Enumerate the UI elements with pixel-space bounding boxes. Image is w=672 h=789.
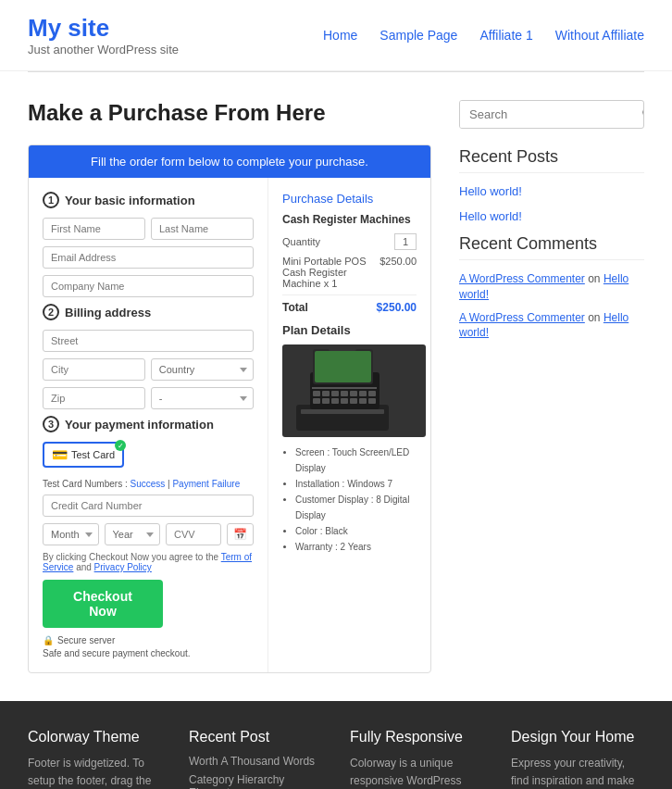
step3-label: 3 Your payment information xyxy=(43,416,254,432)
email-input[interactable] xyxy=(43,246,254,269)
lock-icon: 🔒 xyxy=(43,635,54,645)
purchase-card: Fill the order form below to complete yo… xyxy=(28,144,431,673)
terms-text: By clicking Checkout Now you agree to th… xyxy=(43,552,254,572)
name-row xyxy=(43,218,254,240)
purchase-card-body: 1 Your basic information xyxy=(29,178,430,672)
svg-rect-11 xyxy=(359,391,367,396)
step3-num: 3 xyxy=(43,416,59,432)
step2-num: 2 xyxy=(43,304,59,320)
credit-card-icon: 💳 xyxy=(52,447,68,462)
last-name-input[interactable] xyxy=(151,218,254,240)
recent-comments-title: Recent Comments xyxy=(459,234,644,260)
test-card-button[interactable]: 💳 Test Card ✓ xyxy=(43,442,124,468)
total-label: Total xyxy=(282,301,308,314)
company-row xyxy=(43,275,254,297)
total-row: Total $250.00 xyxy=(282,294,417,314)
recent-post-1[interactable]: Hello world! xyxy=(459,184,644,198)
step1-label: 1 Your basic information xyxy=(43,192,254,208)
svg-rect-16 xyxy=(341,398,348,404)
product-name: Cash Register Machines xyxy=(282,213,417,226)
footer-main: Colorway Theme Footer is widgetized. To … xyxy=(0,701,672,789)
svg-rect-8 xyxy=(331,391,339,396)
svg-rect-6 xyxy=(313,391,320,396)
svg-rect-20 xyxy=(329,346,356,351)
search-input[interactable] xyxy=(460,101,634,128)
footer-col2-title: Recent Post xyxy=(189,729,322,745)
comment1-author[interactable]: A WordPress Commenter xyxy=(459,272,585,285)
nav-without-affiliate[interactable]: Without Affiliate xyxy=(555,28,644,43)
cc-input[interactable] xyxy=(43,495,254,517)
site-header: My site Just another WordPress site Home… xyxy=(0,0,672,71)
privacy-link[interactable]: Privacy Policy xyxy=(94,562,152,572)
qty-value: 1 xyxy=(394,233,417,250)
svg-rect-1 xyxy=(301,409,384,414)
qty-label: Quantity xyxy=(282,236,320,247)
search-button[interactable]: 🔍 xyxy=(634,102,644,127)
country-select[interactable]: Country xyxy=(151,358,254,381)
footer-col3-text: Colorway is a unique responsive WordPres… xyxy=(350,755,483,789)
email-row xyxy=(43,246,254,269)
svg-rect-9 xyxy=(341,391,348,396)
footer-col1-title: Colorway Theme xyxy=(28,729,161,745)
street-input[interactable] xyxy=(43,330,254,352)
city-input[interactable] xyxy=(43,358,145,381)
search-box: 🔍 xyxy=(459,100,644,129)
test-card-nums: Test Card Numbers : Success | Payment Fa… xyxy=(43,479,254,489)
svg-rect-18 xyxy=(359,398,367,404)
card-label: Test Card xyxy=(71,449,115,460)
nav-affiliate1[interactable]: Affiliate 1 xyxy=(479,28,532,43)
zip-select[interactable]: - xyxy=(151,387,254,409)
qty-row: Quantity 1 xyxy=(282,233,417,250)
svg-rect-15 xyxy=(331,398,339,404)
failure-link[interactable]: Payment Failure xyxy=(172,479,240,489)
footer-col2: Recent Post Worth A Thousand Words Categ… xyxy=(189,729,322,789)
zip-input[interactable] xyxy=(43,387,145,409)
purchase-details-title: Purchase Details xyxy=(282,192,417,206)
secure-row: 🔒 Secure server xyxy=(43,635,254,645)
svg-rect-5 xyxy=(312,387,377,389)
secure-label: Secure server xyxy=(57,635,115,645)
month-select[interactable]: Month xyxy=(43,523,99,545)
year-select[interactable]: Year xyxy=(105,523,161,545)
footer-col4-text: Express your creativity, find inspiratio… xyxy=(511,755,644,789)
footer-recent-post1[interactable]: Worth A Thousand Words xyxy=(189,755,322,768)
check-badge: ✓ xyxy=(115,440,126,451)
comment2-author[interactable]: A WordPress Commenter xyxy=(459,311,585,324)
safe-text: Safe and secure payment checkout. xyxy=(43,648,254,658)
total-amount: $250.00 xyxy=(377,301,417,314)
calendar-icon: 📅 xyxy=(227,523,254,545)
footer-col1-text: Footer is widgetized. To setup the foote… xyxy=(28,755,161,789)
feature-install: Installation : Windows 7 xyxy=(295,476,417,492)
first-name-input[interactable] xyxy=(43,218,145,240)
nav-sample-page[interactable]: Sample Page xyxy=(380,28,457,43)
svg-rect-7 xyxy=(322,391,330,396)
checkout-button[interactable]: Checkout Now xyxy=(43,580,163,628)
footer-recent-post2[interactable]: Category Hierarchy Elements xyxy=(189,773,322,789)
feature-color: Color : Black xyxy=(295,523,417,539)
feature-warranty: Warranty : 2 Years xyxy=(295,539,417,555)
nav-home[interactable]: Home xyxy=(323,28,357,43)
main-content: Make a Purchase From Here Fill the order… xyxy=(0,72,672,701)
content-left: Make a Purchase From Here Fill the order… xyxy=(28,100,431,673)
form-section: 1 Your basic information xyxy=(29,178,268,672)
cvv-row: Month Year 📅 xyxy=(43,523,254,545)
step2-label: 2 Billing address xyxy=(43,304,254,320)
step1-num: 1 xyxy=(43,192,59,208)
details-section: Purchase Details Cash Register Machines … xyxy=(268,178,430,672)
street-row xyxy=(43,330,254,352)
recent-posts-title: Recent Posts xyxy=(459,147,644,173)
company-input[interactable] xyxy=(43,275,254,297)
recent-comment-2: A WordPress Commenter on Hello world! xyxy=(459,310,644,342)
success-link[interactable]: Success xyxy=(130,479,165,489)
site-tagline: Just another WordPress site xyxy=(28,43,179,56)
recent-post-2[interactable]: Hello world! xyxy=(459,209,644,223)
product-desc: Mini Portable POS Cash Register Machine … xyxy=(282,256,375,289)
zip-row: - xyxy=(43,387,254,409)
city-country-row: Country xyxy=(43,358,254,381)
svg-rect-10 xyxy=(350,391,357,396)
cvv-input[interactable] xyxy=(166,523,221,545)
cc-row xyxy=(43,495,254,517)
recent-comment-1: A WordPress Commenter on Hello world! xyxy=(459,271,644,303)
feature-screen: Screen : Touch Screen/LED Display xyxy=(295,445,417,476)
site-title: My site xyxy=(28,14,179,43)
